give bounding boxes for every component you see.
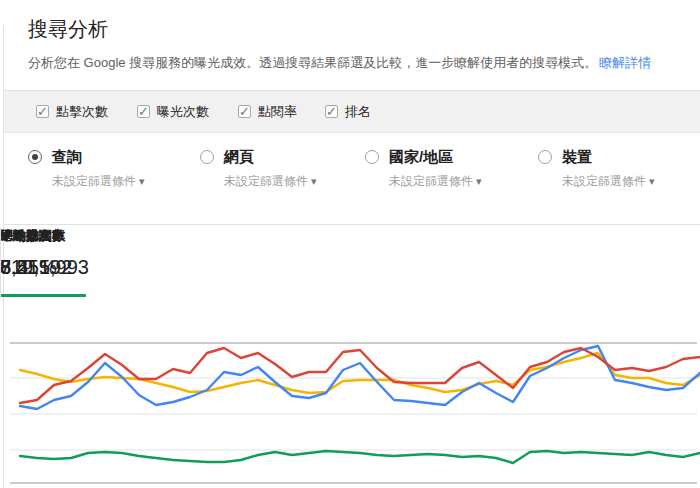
- dimension-tab-countries[interactable]: 國家/地區 未設定篩選條件▾: [365, 148, 482, 190]
- filter-dropdown[interactable]: 未設定篩選條件▾: [562, 173, 655, 190]
- page-subtitle: 分析您在 Google 搜尋服務的曝光成效。透過搜尋結果篩選及比較，進一步瞭解使…: [28, 54, 651, 72]
- summary-card-label: 平均排名: [0, 228, 110, 244]
- card-divider: [0, 228, 1, 297]
- dimension-tab-query[interactable]: 查詢 未設定篩選條件▾: [28, 148, 145, 190]
- radio-icon: [538, 150, 552, 164]
- summary-card-value: 6.2: [0, 252, 110, 282]
- radio-selected-icon: [28, 150, 42, 164]
- chevron-down-icon: ▾: [649, 175, 655, 187]
- filter-dropdown[interactable]: 未設定篩選條件▾: [52, 173, 145, 190]
- radio-icon: [200, 150, 214, 164]
- metric-toggle-position[interactable]: ✓ 排名: [325, 91, 371, 132]
- filter-dropdown[interactable]: 未設定篩選條件▾: [389, 173, 482, 190]
- chevron-down-icon: ▾: [311, 175, 317, 187]
- metric-toggle-label: 點閱率: [258, 103, 297, 121]
- dimension-tab-label: 國家/地區: [389, 148, 482, 166]
- dimension-tab-label: 裝置: [562, 148, 655, 166]
- search-analytics-page: 搜尋分析 分析您在 Google 搜尋服務的曝光成效。透過搜尋結果篩選及比較，進…: [0, 0, 700, 488]
- checkbox-checked-icon: ✓: [36, 105, 49, 118]
- metric-toggle-clicks[interactable]: ✓ 點擊次數: [36, 91, 108, 132]
- dimension-tab-bar: 查詢 未設定篩選條件▾ 網頁 未設定篩選條件▾ 國家/地區 未設定篩選條件▾ 裝…: [4, 133, 700, 224]
- chevron-down-icon: ▾: [476, 175, 482, 187]
- metric-toggle-label: 曝光次數: [157, 103, 209, 121]
- dimension-tab-devices[interactable]: 裝置 未設定篩選條件▾: [538, 148, 655, 190]
- filter-dropdown-label: 未設定篩選條件: [52, 174, 136, 188]
- card-underline: [0, 294, 86, 297]
- metric-toggle-label: 點擊次數: [56, 103, 108, 121]
- filter-dropdown[interactable]: 未設定篩選條件▾: [224, 173, 317, 190]
- filter-dropdown-label: 未設定篩選條件: [562, 174, 646, 188]
- summary-cards-top-border: [4, 224, 700, 225]
- dimension-tab-pages[interactable]: 網頁 未設定篩選條件▾: [200, 148, 317, 190]
- subtitle-text: 分析您在 Google 搜尋服務的曝光成效。透過搜尋結果篩選及比較，進一步瞭解使…: [28, 55, 597, 70]
- page-title: 搜尋分析: [28, 16, 108, 43]
- summary-card-position: 平均排名 6.2: [0, 228, 110, 297]
- filter-dropdown-label: 未設定篩選條件: [224, 174, 308, 188]
- chevron-down-icon: ▾: [139, 175, 145, 187]
- dimension-tab-label: 查詢: [52, 148, 145, 166]
- metric-toggle-bar: ✓ 點擊次數 ✓ 曝光次數 ✓ 點閱率 ✓ 排名: [4, 90, 700, 133]
- trend-chart[interactable]: [0, 300, 700, 488]
- checkbox-checked-icon: ✓: [137, 105, 150, 118]
- metric-toggle-ctr[interactable]: ✓ 點閱率: [238, 91, 297, 132]
- learn-more-link[interactable]: 瞭解詳情: [599, 55, 651, 70]
- metric-toggle-impressions[interactable]: ✓ 曝光次數: [137, 91, 209, 132]
- dimension-tab-label: 網頁: [224, 148, 317, 166]
- radio-icon: [365, 150, 379, 164]
- metric-toggle-label: 排名: [345, 103, 371, 121]
- checkbox-checked-icon: ✓: [238, 105, 251, 118]
- checkbox-checked-icon: ✓: [325, 105, 338, 118]
- filter-dropdown-label: 未設定篩選條件: [389, 174, 473, 188]
